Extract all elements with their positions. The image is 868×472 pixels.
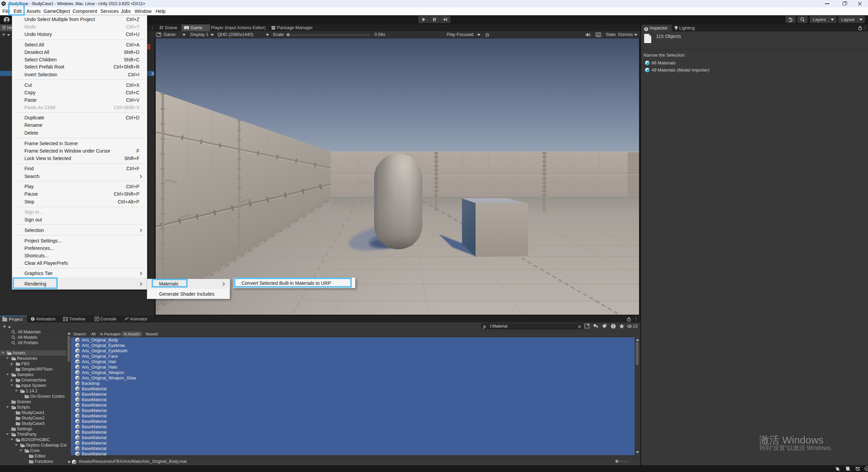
- svg-text:1METER: 1METER: [359, 181, 370, 184]
- svg-text:1METER: 1METER: [548, 181, 560, 184]
